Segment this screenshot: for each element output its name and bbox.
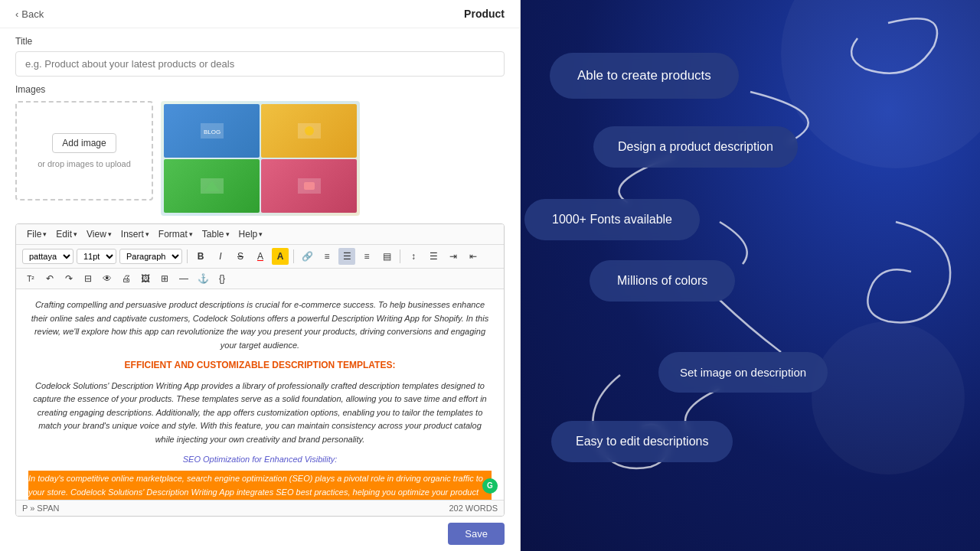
grammarly-badge: G (482, 478, 498, 494)
menu-edit[interactable]: Edit ▾ (51, 227, 82, 241)
svg-point-3 (305, 126, 314, 135)
horizontal-rule-button[interactable]: — (175, 270, 192, 287)
top-bar: ‹ Back Product (0, 0, 520, 28)
title-section: Title (0, 28, 520, 77)
align-right-button[interactable]: ≡ (358, 248, 375, 265)
file-chevron: ▾ (43, 230, 47, 238)
word-count: 202 WORDS (449, 504, 498, 513)
back-button[interactable]: ‹ Back (15, 8, 44, 20)
separator-3 (400, 249, 400, 263)
image-preview: BLOG (161, 101, 360, 216)
align-center-button[interactable]: ☰ (338, 248, 355, 265)
preview-grid: BLOG (161, 101, 360, 216)
editor-container: File ▾ Edit ▾ View ▾ Insert ▾ Format ▾ T… (15, 223, 505, 517)
title-label: Title (15, 36, 505, 47)
align-justify-button[interactable]: ▤ (378, 248, 395, 265)
align-left-button[interactable]: ≡ (318, 248, 335, 265)
menu-bar: File ▾ Edit ▾ View ▾ Insert ▾ Format ▾ T… (16, 224, 504, 245)
help-chevron: ▾ (259, 230, 263, 238)
back-arrow-icon: ‹ (15, 8, 18, 20)
title-input[interactable] (15, 51, 505, 77)
right-panel: Able to create products Design a product… (521, 0, 980, 551)
bubble-design: Design a product description (593, 126, 798, 168)
svg-text:BLOG: BLOG (203, 129, 220, 135)
paragraph-select[interactable]: Paragraph (119, 249, 182, 264)
blob-decoration-1 (781, 0, 980, 168)
bold-button[interactable]: B (192, 248, 209, 265)
back-label: Back (21, 8, 44, 20)
undo-button[interactable]: ↶ (41, 270, 58, 287)
blob-decoration-2 (812, 321, 965, 474)
editor-path: P » SPAN (22, 504, 60, 513)
link-button[interactable]: 🔗 (299, 248, 315, 265)
redo-button[interactable]: ↷ (60, 270, 77, 287)
preview-cell-1: BLOG (164, 104, 260, 158)
separator-1 (187, 249, 188, 263)
preview-cell-3 (164, 159, 260, 213)
bubble-create: Able to create products (550, 53, 739, 99)
bubble-edit: Easy to edit descriptions (551, 421, 733, 462)
list-unordered-button[interactable]: ☰ (425, 248, 442, 265)
outdent-button[interactable]: ⇤ (465, 248, 482, 265)
anchor-button[interactable]: ⚓ (194, 270, 211, 287)
left-panel: ‹ Back Product Title Images Add image or… (0, 0, 521, 551)
editor-paragraph-2: Codelock Solutions' Description Writing … (28, 380, 492, 447)
line-height-button[interactable]: ↕ (405, 248, 422, 265)
superscript-button[interactable]: T² (22, 270, 39, 287)
code-button[interactable]: {} (214, 270, 230, 287)
menu-table[interactable]: Table ▾ (198, 227, 234, 241)
menu-format[interactable]: Format ▾ (154, 227, 198, 241)
print-button[interactable]: 🖨 (118, 270, 135, 287)
product-label: Product (464, 8, 505, 20)
preview-cell-2 (261, 104, 357, 158)
menu-view[interactable]: View ▾ (82, 227, 116, 241)
image-upload-box[interactable]: Add image or drop images to upload (15, 101, 153, 201)
show-blocks-button[interactable]: 👁 (99, 270, 116, 287)
font-color-button[interactable]: A (252, 248, 269, 265)
indent-button[interactable]: ⇥ (445, 248, 462, 265)
italic-button[interactable]: I (212, 248, 229, 265)
preview-cell-4 (261, 159, 357, 213)
page-break-button[interactable]: ⊟ (80, 270, 96, 287)
bubble-fonts: 1000+ Fonts available (524, 199, 700, 240)
images-label: Images (15, 84, 505, 95)
menu-help[interactable]: Help ▾ (234, 227, 268, 241)
insert-chevron: ▾ (145, 230, 149, 238)
save-button[interactable]: Save (448, 523, 505, 545)
font-select[interactable]: pattaya (22, 249, 74, 264)
format-chevron: ▾ (189, 230, 193, 238)
editor-content[interactable]: Crafting compelling and persuasive produ… (16, 289, 504, 500)
editor-heading: Efficient and Customizable Description T… (28, 358, 492, 373)
add-image-button[interactable]: Add image (52, 133, 116, 153)
editor-paragraph-1: Crafting compelling and persuasive produ… (28, 298, 492, 352)
editor-subheading: SEO Optimization for Enhanced Visibility… (28, 453, 492, 467)
edit-chevron: ▾ (74, 230, 77, 238)
images-row: Add image or drop images to upload BLOG (15, 101, 505, 216)
highlight-button[interactable]: A (272, 248, 289, 265)
table-insert-button[interactable]: ⊞ (156, 270, 173, 287)
table-chevron: ▾ (226, 230, 230, 238)
bubble-image: Set image on description (658, 352, 828, 393)
toolbar-row1: pattaya 11pt Paragraph B I S A A 🔗 ≡ ☰ ≡… (16, 245, 504, 269)
menu-file[interactable]: File ▾ (22, 227, 51, 241)
strikethrough-button[interactable]: S (232, 248, 249, 265)
save-row: Save (0, 517, 520, 551)
toolbar-row2: T² ↶ ↷ ⊟ 👁 🖨 🖼 ⊞ — ⚓ {} (16, 269, 504, 289)
drop-text: or drop images to upload (38, 159, 131, 168)
svg-rect-7 (304, 182, 315, 190)
separator-2 (293, 249, 294, 263)
view-chevron: ▾ (108, 230, 112, 238)
menu-insert[interactable]: Insert ▾ (116, 227, 154, 241)
bubble-colors: Millions of colors (590, 260, 735, 302)
font-size-select[interactable]: 11pt (77, 249, 116, 264)
images-section: Images Add image or drop images to uploa… (0, 77, 520, 223)
image-button[interactable]: 🖼 (137, 270, 154, 287)
status-bar: P » SPAN 202 WORDS (16, 500, 504, 516)
editor-highlighted: In today's competitive online marketplac… (28, 471, 492, 500)
